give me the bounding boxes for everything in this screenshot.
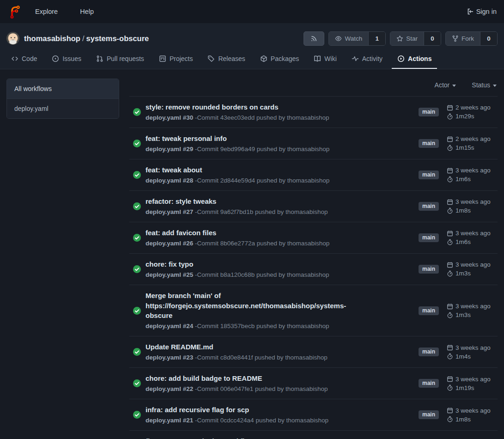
tab-pull-requests[interactable]: Pull requests [91, 49, 150, 69]
tab-code-label: Code [22, 55, 37, 62]
success-icon [133, 307, 141, 315]
watch-button-group: Watch 1 [328, 31, 386, 46]
repo-owner-link[interactable]: thomasabishop [24, 34, 80, 43]
run-workflow-label[interactable]: deploy.yaml #30 [146, 114, 193, 121]
run-row: style: remove rounded borders on cards d… [129, 97, 498, 128]
run-meta: main 2 weeks ago 1m29s [419, 104, 497, 120]
run-workflow-label[interactable]: deploy.yaml #27 [146, 208, 193, 215]
run-workflow-label[interactable]: deploy.yaml #28 [146, 177, 193, 184]
run-duration: 1m6s [447, 176, 471, 183]
run-when: 3 weeks ago [447, 407, 491, 414]
fork-label: Fork [461, 35, 474, 42]
tab-activity[interactable]: Activity [346, 49, 388, 69]
sidebar-item-all-workflows[interactable]: All workflows [7, 79, 119, 98]
run-title-link[interactable]: feat: add favicon files [146, 228, 329, 238]
star-button[interactable]: Star [390, 32, 424, 45]
actor-filter-dropdown[interactable]: Actor [435, 81, 456, 89]
run-title-link[interactable]: infra: add recursive flag for scp [146, 405, 328, 415]
chevron-down-icon [493, 85, 497, 87]
stopwatch-icon [447, 416, 453, 422]
run-workflow-label[interactable]: deploy.yaml #26 [146, 240, 193, 247]
calendar-icon [447, 376, 453, 382]
run-duration: 1m3s [447, 311, 471, 318]
stopwatch-icon [447, 312, 453, 318]
success-icon [133, 171, 141, 179]
repo-name-link[interactable]: systems-obscure [86, 34, 149, 43]
sidebar-item-deploy-yaml[interactable]: deploy.yaml [7, 98, 119, 118]
sign-in-button[interactable]: Sign in [467, 8, 497, 15]
run-workflow-label[interactable]: deploy.yaml #22 [146, 385, 193, 392]
branch-badge[interactable]: main [419, 379, 439, 388]
run-title-link[interactable]: refactor: style tweaks [146, 196, 328, 207]
branch-badge[interactable]: main [419, 348, 439, 356]
run-title-link[interactable]: chore: fix typo [146, 259, 329, 269]
run-duration: 1m15s [447, 144, 474, 151]
watch-button[interactable]: Watch [329, 32, 368, 45]
branch-badge[interactable]: main [419, 108, 439, 116]
fork-button[interactable]: Fork [446, 32, 480, 45]
tab-actions[interactable]: Actions [392, 49, 437, 69]
branch-badge[interactable]: main [419, 139, 439, 148]
workflow-sidebar: All workflows deploy.yaml [6, 79, 119, 119]
run-commit-text: -Commit b8a120c68b pushed by thomasabish… [195, 271, 329, 278]
run-subtitle: deploy.yaml #29 -Commit 9ebd996a49 pushe… [146, 145, 329, 153]
star-count[interactable]: 0 [424, 32, 441, 45]
fork-count[interactable]: 0 [480, 32, 497, 45]
nav-link-help[interactable]: Help [80, 8, 94, 15]
filter-bar: Actor Status [129, 79, 498, 96]
tab-pull-requests-label: Pull requests [107, 55, 144, 62]
run-title-link[interactable]: chore: add build badge to README [146, 373, 328, 384]
run-title-link[interactable]: style: remove rounded borders on cards [146, 102, 329, 112]
calendar-icon [447, 199, 453, 205]
calendar-icon [447, 407, 453, 414]
code-icon [11, 55, 18, 62]
run-times: 3 weeks ago 1m3s [447, 303, 497, 318]
run-times: 2 weeks ago 1m29s [447, 104, 497, 120]
run-info: feat: tweak about deploy.yaml #28 -Commi… [146, 165, 329, 185]
run-title-link[interactable]: Merge branch 'main' of https://forgejo.s… [146, 291, 367, 321]
top-navbar: Explore Help Sign in [0, 0, 504, 23]
run-duration: 1m3s [447, 270, 471, 277]
forgejo-logo-icon[interactable] [7, 5, 21, 18]
watch-count[interactable]: 1 [368, 32, 385, 45]
run-when: 2 weeks ago [447, 104, 491, 111]
run-row: feat: add favicon files deploy.yaml #26 … [129, 222, 498, 254]
run-subtitle: deploy.yaml #22 -Commit 006e047fe1 pushe… [146, 385, 328, 393]
run-workflow-label[interactable]: deploy.yaml #25 [146, 271, 193, 278]
branch-badge[interactable]: main [419, 410, 439, 419]
success-icon [133, 234, 141, 242]
run-workflow-label[interactable]: deploy.yaml #29 [146, 146, 193, 152]
rss-button[interactable] [304, 31, 324, 46]
tab-projects[interactable]: Projects [153, 49, 199, 69]
branch-badge[interactable]: main [419, 233, 439, 242]
run-workflow-label[interactable]: deploy.yaml #24 [146, 323, 193, 329]
tab-releases[interactable]: Releases [202, 49, 250, 69]
rss-icon [310, 35, 317, 42]
avatar[interactable] [6, 32, 19, 45]
run-duration: 1m8s [447, 207, 471, 214]
run-row: chore: fix typo deploy.yaml #25 -Commit … [129, 254, 498, 285]
run-row: infra: add recursive flag for scp deploy… [129, 399, 498, 431]
branch-badge[interactable]: main [419, 202, 439, 211]
runs-main-panel: Actor Status style: remove rounded borde… [129, 79, 498, 439]
run-row: Merge branch 'main' of https://forgejo.s… [129, 285, 498, 336]
nav-link-explore[interactable]: Explore [35, 8, 58, 15]
branch-badge[interactable]: main [419, 306, 439, 315]
status-filter-dropdown[interactable]: Status [472, 81, 497, 89]
run-workflow-label[interactable]: deploy.yaml #23 [146, 354, 193, 361]
tab-code[interactable]: Code [6, 49, 43, 69]
run-title-link[interactable]: feat: tweak about [146, 165, 329, 175]
branch-badge[interactable]: main [419, 171, 439, 179]
tab-packages[interactable]: Packages [255, 49, 304, 69]
run-workflow-label[interactable]: deploy.yaml #21 [146, 417, 193, 424]
actions-page-content: All workflows deploy.yaml Actor Status s… [0, 69, 504, 439]
tab-issues[interactable]: Issues [46, 49, 86, 69]
run-info: chore: add build badge to README deploy.… [146, 373, 328, 393]
sign-in-label: Sign in [476, 8, 497, 15]
run-title-link[interactable]: feat: tweak personal info [146, 134, 329, 144]
success-icon [133, 202, 141, 210]
run-title-link[interactable]: fix: syntax error deploy workflow [146, 436, 329, 439]
run-title-link[interactable]: Update README.md [146, 342, 328, 352]
tab-wiki[interactable]: Wiki [308, 49, 342, 69]
branch-badge[interactable]: main [419, 265, 439, 274]
